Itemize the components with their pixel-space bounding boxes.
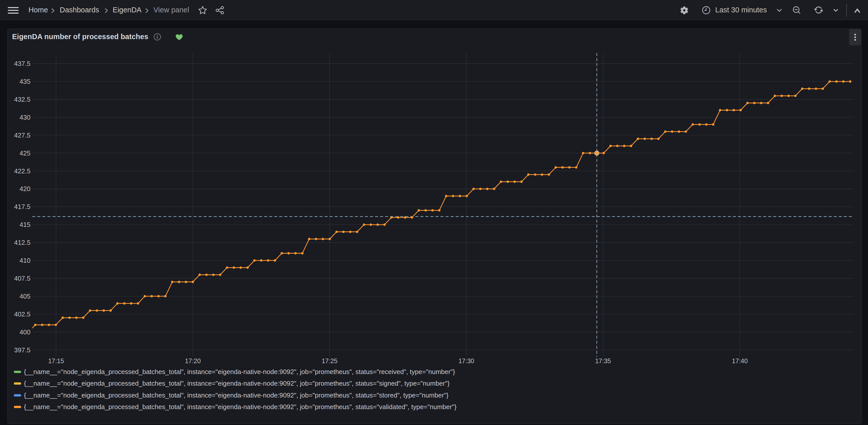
svg-text:417.5: 417.5 <box>14 203 31 210</box>
svg-text:425: 425 <box>20 149 31 157</box>
svg-text:405: 405 <box>20 292 31 300</box>
svg-text:430: 430 <box>20 114 31 121</box>
svg-text:432.5: 432.5 <box>14 96 31 103</box>
svg-text:402.5: 402.5 <box>14 310 31 318</box>
svg-text:397.5: 397.5 <box>14 346 31 354</box>
svg-text:422.5: 422.5 <box>14 167 31 175</box>
svg-text:400: 400 <box>20 328 31 336</box>
svg-text:17:40: 17:40 <box>732 357 748 364</box>
svg-text:17:20: 17:20 <box>185 357 201 364</box>
svg-text:415: 415 <box>20 221 31 228</box>
svg-text:17:25: 17:25 <box>321 357 338 364</box>
svg-text:17:35: 17:35 <box>595 357 611 364</box>
svg-text:437.5: 437.5 <box>14 60 31 67</box>
svg-text:435: 435 <box>20 78 31 85</box>
svg-text:410: 410 <box>20 257 31 264</box>
svg-text:412.5: 412.5 <box>14 239 31 246</box>
svg-text:427.5: 427.5 <box>14 132 31 139</box>
svg-text:407.5: 407.5 <box>14 275 31 282</box>
svg-text:17:30: 17:30 <box>459 357 474 364</box>
svg-text:17:15: 17:15 <box>48 357 64 364</box>
svg-text:420: 420 <box>20 185 31 193</box>
